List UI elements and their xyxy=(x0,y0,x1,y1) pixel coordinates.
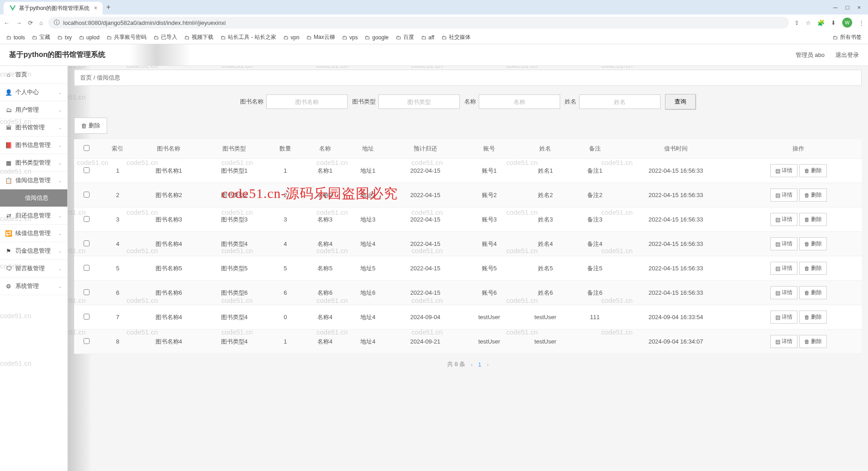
browser-tab[interactable]: 基于python的图书馆管理系统 × xyxy=(4,2,103,14)
table-cell: 图书类型6 xyxy=(202,281,267,305)
delete-button[interactable]: 🗑 删除 xyxy=(799,311,827,324)
delete-button[interactable]: 🗑 删除 xyxy=(799,286,827,299)
delete-button[interactable]: 🗑 删除 xyxy=(799,164,827,177)
app-header: 基于python的图书馆管理系统 管理员 abo 退出登录 xyxy=(0,44,868,66)
row-checkbox[interactable] xyxy=(84,338,90,344)
prev-page-icon[interactable]: ‹ xyxy=(471,361,472,368)
row-checkbox[interactable] xyxy=(84,216,90,222)
delete-button[interactable]: 🗑 删除 xyxy=(799,188,827,202)
row-checkbox[interactable] xyxy=(84,314,90,320)
bookmark-item[interactable]: 🗀社交媒体 xyxy=(439,33,473,42)
table-cell xyxy=(74,305,99,330)
detail-button[interactable]: ▤ 详情 xyxy=(770,188,797,202)
next-page-icon[interactable]: › xyxy=(487,361,489,368)
bulk-delete-button[interactable]: 🗑 删除 xyxy=(74,118,107,134)
sidebar-item-图书馆管理[interactable]: 🏛图书馆管理⌄ xyxy=(0,119,67,137)
search-input-名称[interactable] xyxy=(479,94,560,109)
breadcrumb-home[interactable]: 首页 xyxy=(80,74,92,81)
table-cell: 图书类型5 xyxy=(202,256,267,281)
pagination: 共 8 条 ‹ 1 › xyxy=(74,354,862,375)
query-button[interactable]: 查询 xyxy=(665,94,696,109)
select-all-checkbox[interactable] xyxy=(84,145,90,151)
bookmark-item[interactable]: 🗀百度 xyxy=(393,33,417,42)
sidebar-item-借阅信息管理[interactable]: 📋借阅信息管理⌄ xyxy=(0,172,67,189)
close-window-icon[interactable]: × xyxy=(857,4,861,11)
bookmark-item[interactable]: 🗀vps xyxy=(340,33,361,42)
bookmark-item[interactable]: 🗀vpn xyxy=(281,33,302,42)
row-checkbox[interactable] xyxy=(84,289,90,295)
data-table: 索引图书名称图书类型数量名称地址预计归还账号姓名备注借书时间操作 1图书名称1图… xyxy=(74,139,862,354)
trash-icon: 🗑 xyxy=(804,314,810,320)
chevron-down-icon: ⌄ xyxy=(58,143,62,148)
close-icon[interactable]: × xyxy=(94,5,97,11)
bookmark-item[interactable]: 🗀视频下载 xyxy=(182,33,216,42)
page-number[interactable]: 1 xyxy=(478,361,481,368)
detail-button[interactable]: ▤ 详情 xyxy=(770,237,797,250)
search-input-图书名称[interactable] xyxy=(266,94,348,109)
delete-button[interactable]: 🗑 删除 xyxy=(799,335,827,348)
search-input-图书类型[interactable] xyxy=(378,94,460,109)
table-cell: 6 xyxy=(267,281,304,305)
avatar[interactable]: W xyxy=(842,18,852,28)
sidebar-item-留言板管理[interactable]: 🗨留言板管理⌄ xyxy=(0,260,67,278)
sidebar-item-图书类型管理[interactable]: ▦图书类型管理⌄ xyxy=(0,154,67,172)
home-icon[interactable]: ⌂ xyxy=(39,19,43,26)
delete-button[interactable]: 🗑 删除 xyxy=(799,213,827,226)
row-checkbox[interactable] xyxy=(84,265,90,271)
forward-icon[interactable]: → xyxy=(16,19,22,26)
bookmark-item[interactable]: 🗀已导入 xyxy=(151,33,180,42)
table-cell: ▤ 详情🗑 删除 xyxy=(736,281,862,305)
delete-button[interactable]: 🗑 删除 xyxy=(799,237,827,250)
row-checkbox[interactable] xyxy=(84,240,90,246)
menu-icon[interactable]: ⋮ xyxy=(859,19,864,26)
reload-icon[interactable]: ⟳ xyxy=(28,19,33,26)
table-cell: 备注5 xyxy=(573,256,616,281)
bookmark-item[interactable]: 🗀aff xyxy=(419,33,437,42)
sidebar-item-用户管理[interactable]: 🗂用户管理⌄ xyxy=(0,101,67,119)
bookmark-item[interactable]: 🗀google xyxy=(362,33,391,42)
all-bookmarks[interactable]: 🗀 所有书签 xyxy=(830,33,864,42)
share-icon[interactable]: ⇪ xyxy=(794,19,799,26)
row-checkbox[interactable] xyxy=(84,192,90,198)
sidebar-item-图书信息管理[interactable]: 📕图书信息管理⌄ xyxy=(0,137,67,154)
table-cell: 2022-04-15 16:56:33 xyxy=(616,256,735,281)
sidebar-item-借阅信息[interactable]: 借阅信息 xyxy=(0,189,67,207)
star-icon[interactable]: ☆ xyxy=(806,19,811,26)
detail-button[interactable]: ▤ 详情 xyxy=(770,164,797,177)
chevron-down-icon: ⌄ xyxy=(58,90,62,95)
detail-button[interactable]: ▤ 详情 xyxy=(770,213,797,226)
bookmark-item[interactable]: 🗀站长工具 - 站长之家 xyxy=(218,33,279,42)
bookmark-item[interactable]: 🗀宝藏 xyxy=(29,33,53,42)
search-input-姓名[interactable] xyxy=(579,94,660,109)
sidebar-item-归还信息管理[interactable]: ⇄归还信息管理⌄ xyxy=(0,207,67,225)
detail-button[interactable]: ▤ 详情 xyxy=(770,335,797,348)
bookmark-item[interactable]: 🗀Max云梯 xyxy=(304,33,338,42)
url-input[interactable]: ⓘ localhost:8080/django582a0/admin/dist/… xyxy=(48,17,789,28)
logout-button[interactable]: 退出登录 xyxy=(835,51,859,59)
table-cell xyxy=(74,183,99,207)
download-icon[interactable]: ⬇ xyxy=(831,19,836,26)
table-cell: 4 xyxy=(267,232,304,256)
maximize-icon[interactable]: □ xyxy=(846,4,849,11)
detail-button[interactable]: ▤ 详情 xyxy=(770,311,797,324)
bookmark-item[interactable]: 🗀uplod xyxy=(76,33,102,42)
bookmark-item[interactable]: 🗀txy xyxy=(55,33,74,42)
sidebar-item-系统管理[interactable]: ⚙系统管理⌄ xyxy=(0,278,67,295)
table-cell: 图书类型2 xyxy=(202,183,267,207)
sidebar-item-罚金信息管理[interactable]: ⚑罚金信息管理⌄ xyxy=(0,242,67,260)
detail-button[interactable]: ▤ 详情 xyxy=(770,262,797,275)
admin-label[interactable]: 管理员 abo xyxy=(796,51,825,59)
sidebar-item-续借信息管理[interactable]: 🔁续借信息管理⌄ xyxy=(0,225,67,242)
back-icon[interactable]: ← xyxy=(4,19,9,26)
puzzle-icon[interactable]: 🧩 xyxy=(817,19,825,26)
bookmark-item[interactable]: 🗀tools xyxy=(4,33,28,42)
sidebar-item-首页[interactable]: ⌂首页 xyxy=(0,66,67,84)
sidebar-item-个人中心[interactable]: 👤个人中心⌄ xyxy=(0,84,67,101)
sidebar-item-label: 续借信息管理 xyxy=(15,229,51,237)
new-tab-button[interactable]: + xyxy=(106,3,110,11)
minimize-icon[interactable]: ─ xyxy=(833,4,837,11)
delete-button[interactable]: 🗑 删除 xyxy=(799,262,827,275)
detail-button[interactable]: ▤ 详情 xyxy=(770,286,797,299)
bookmark-item[interactable]: 🗀共享账号密码 xyxy=(104,33,149,42)
row-checkbox[interactable] xyxy=(84,167,90,173)
